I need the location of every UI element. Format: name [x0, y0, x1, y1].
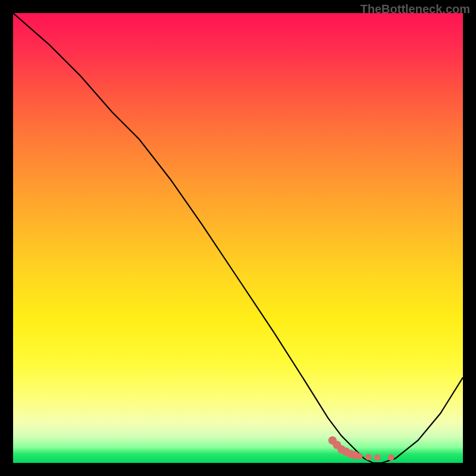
min-marker-dot	[365, 454, 372, 461]
chart-plot-area	[13, 13, 463, 463]
chart-svg	[13, 13, 463, 463]
min-marker-dot	[374, 454, 381, 461]
chart-curve-line	[13, 13, 463, 463]
min-marker-dot	[388, 454, 394, 461]
chart-minimum-markers	[328, 436, 394, 461]
min-marker-dot	[356, 453, 363, 459]
watermark-text: TheBottleneck.com	[361, 2, 470, 16]
